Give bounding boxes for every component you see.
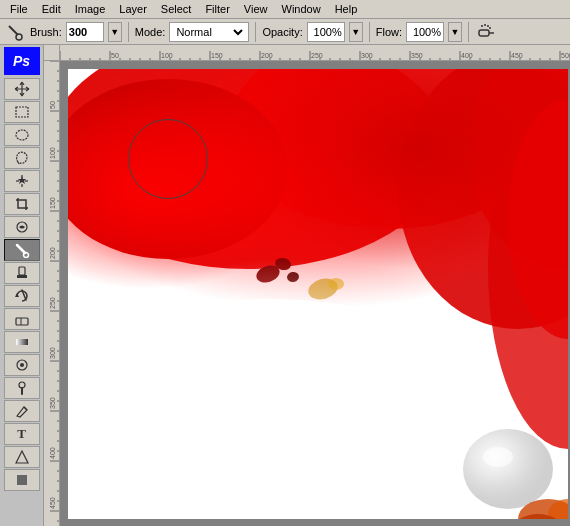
- svg-rect-22: [16, 318, 28, 325]
- opacity-down[interactable]: ▼: [349, 22, 363, 42]
- tool-move[interactable]: [4, 78, 40, 100]
- toolbar: Ps: [0, 45, 44, 526]
- main-area: Ps: [0, 45, 570, 526]
- separator2: [255, 22, 256, 42]
- svg-point-26: [20, 363, 24, 367]
- svg-point-57: [88, 259, 488, 499]
- opacity-label: Opacity:: [262, 26, 302, 38]
- flow-down[interactable]: ▼: [448, 22, 462, 42]
- menu-image[interactable]: Image: [69, 0, 112, 19]
- tool-history-brush[interactable]: [4, 285, 40, 307]
- svg-line-29: [24, 407, 27, 410]
- tool-brush[interactable]: [4, 239, 40, 261]
- menu-bar: File Edit Image Layer Select Filter View…: [0, 0, 570, 19]
- svg-point-5: [484, 24, 486, 26]
- svg-point-9: [16, 130, 28, 140]
- ruler-vertical: [44, 45, 60, 526]
- svg-rect-8: [16, 107, 28, 117]
- tool-lasso[interactable]: [4, 147, 40, 169]
- canvas-area: /* ticks rendered via JS below */: [44, 45, 570, 526]
- canvas-wrapper[interactable]: [60, 61, 570, 526]
- svg-point-51: [483, 447, 513, 467]
- options-bar: Brush: 300 ▼ Mode: Normal Dissolve Multi…: [0, 19, 570, 45]
- svg-marker-14: [18, 176, 26, 184]
- tool-type[interactable]: T: [4, 423, 40, 445]
- tool-dodge[interactable]: [4, 377, 40, 399]
- tool-patch[interactable]: [4, 216, 40, 238]
- brush-size-field[interactable]: 300: [66, 22, 104, 42]
- photoshop-logo: Ps: [4, 47, 40, 75]
- brush-size-down[interactable]: ▼: [108, 22, 122, 42]
- menu-select[interactable]: Select: [155, 0, 198, 19]
- flow-label: Flow:: [376, 26, 402, 38]
- menu-layer[interactable]: Layer: [113, 0, 153, 19]
- mode-dropdown[interactable]: Normal Dissolve Multiply Screen Overlay: [169, 22, 249, 42]
- svg-rect-19: [17, 275, 27, 278]
- mode-label: Mode:: [135, 26, 166, 38]
- tool-blur[interactable]: [4, 354, 40, 376]
- painting-svg: [68, 69, 568, 519]
- menu-window[interactable]: Window: [276, 0, 327, 19]
- opacity-input[interactable]: [310, 26, 342, 38]
- svg-line-16: [17, 245, 25, 253]
- svg-point-50: [463, 429, 553, 509]
- ruler-horizontal: /* ticks rendered via JS below */: [60, 45, 570, 61]
- ruler-corner: [44, 45, 60, 61]
- brush-label: Brush:: [30, 26, 62, 38]
- menu-file[interactable]: File: [4, 0, 34, 19]
- separator4: [468, 22, 469, 42]
- svg-rect-30: [17, 475, 27, 485]
- svg-rect-2: [479, 30, 489, 36]
- tool-shape[interactable]: [4, 469, 40, 491]
- tool-magic-wand[interactable]: [4, 170, 40, 192]
- separator1: [128, 22, 129, 42]
- svg-point-1: [16, 34, 22, 40]
- tool-pen[interactable]: [4, 400, 40, 422]
- menu-edit[interactable]: Edit: [36, 0, 67, 19]
- tool-gradient[interactable]: [4, 331, 40, 353]
- flow-field[interactable]: [406, 22, 444, 42]
- brush-tool-icon: [4, 21, 26, 43]
- svg-point-17: [23, 253, 28, 258]
- canvas-document: [68, 69, 568, 519]
- brush-size-value: 300: [69, 26, 87, 38]
- svg-line-0: [9, 26, 18, 35]
- svg-point-6: [487, 25, 489, 27]
- tool-crop[interactable]: [4, 193, 40, 215]
- menu-filter[interactable]: Filter: [199, 0, 235, 19]
- flow-input[interactable]: [409, 26, 441, 38]
- menu-help[interactable]: Help: [329, 0, 364, 19]
- menu-view[interactable]: View: [238, 0, 274, 19]
- tool-path-select[interactable]: [4, 446, 40, 468]
- mode-select[interactable]: Normal Dissolve Multiply Screen Overlay: [172, 25, 246, 39]
- separator3: [369, 22, 370, 42]
- tool-stamp[interactable]: [4, 262, 40, 284]
- airbrush-button[interactable]: [475, 21, 497, 43]
- svg-rect-18: [19, 267, 25, 275]
- tool-rect-marquee[interactable]: [4, 101, 40, 123]
- svg-rect-24: [16, 339, 28, 345]
- svg-point-4: [481, 25, 483, 27]
- tool-eraser[interactable]: [4, 308, 40, 330]
- opacity-field[interactable]: [307, 22, 345, 42]
- tool-ellipse-marquee[interactable]: [4, 124, 40, 146]
- svg-point-7: [489, 27, 491, 29]
